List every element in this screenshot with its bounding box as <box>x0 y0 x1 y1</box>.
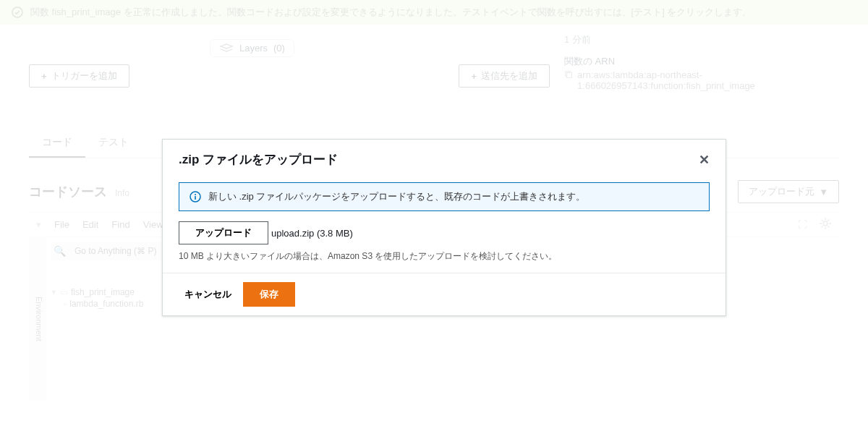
caret-down-icon: ▼ <box>51 289 57 296</box>
modal-title: .zip ファイルをアップロード <box>179 151 338 168</box>
tree-root[interactable]: ▼ ▭ fish_print_image <box>51 286 172 298</box>
upload-button[interactable]: アップロード <box>179 221 268 244</box>
success-banner: 関数 fish_print_image を正常に作成しました。関数コードおよび設… <box>0 0 868 25</box>
close-icon[interactable]: ✕ <box>699 152 710 168</box>
caret-down-icon: ▼ <box>819 187 828 197</box>
code-source-title: コードソース Info <box>29 183 129 200</box>
menu-collapse-icon[interactable]: ▾ <box>36 219 41 230</box>
last-modified-value: 1 分前 <box>564 33 839 46</box>
arn-label: 関数の ARN <box>564 55 839 68</box>
tab-code[interactable]: コード <box>29 129 85 158</box>
svg-rect-6 <box>195 196 196 200</box>
tree-file[interactable]: ▫ lambda_function.rb <box>51 298 172 310</box>
upload-zip-modal: .zip ファイルをアップロード ✕ 新しい .zip ファイルパッケージをアッ… <box>162 139 726 316</box>
info-alert: 新しい .zip ファイルパッケージをアップロードすると、既存のコードが上書きさ… <box>179 182 710 211</box>
banner-text: 関数 fish_print_image を正常に作成しました。関数コードおよび設… <box>30 6 752 19</box>
cancel-button[interactable]: キャンセル <box>179 282 237 307</box>
uploaded-file-name: upload.zip (3.8 MB) <box>271 228 353 239</box>
add-trigger-button[interactable]: トリガーを追加 <box>29 64 129 88</box>
menu-view[interactable]: View <box>143 219 163 230</box>
folder-icon: ▭ <box>60 287 68 297</box>
svg-point-3 <box>823 221 827 226</box>
tab-test[interactable]: テスト <box>85 129 142 158</box>
fullscreen-icon[interactable]: ⛶ <box>798 219 806 230</box>
editor-env-tab[interactable]: Environment <box>29 237 46 400</box>
arn-value: arn:aws:lambda:ap-northeast-1:6660269571… <box>564 69 839 91</box>
file-icon: ▫ <box>64 299 67 309</box>
copy-icon[interactable] <box>564 69 573 80</box>
layers-icon <box>219 43 234 54</box>
save-button[interactable]: 保存 <box>243 282 295 307</box>
svg-rect-2 <box>566 72 571 77</box>
info-icon <box>190 191 201 203</box>
search-icon: 🔍 <box>54 245 66 257</box>
menu-edit[interactable]: Edit <box>82 219 98 230</box>
layers-chip[interactable]: Layers (0) <box>210 39 294 57</box>
menu-file[interactable]: File <box>54 219 69 230</box>
goto-input[interactable] <box>70 243 176 259</box>
upload-from-button[interactable]: アップロード元 ▼ <box>738 180 839 203</box>
svg-point-5 <box>195 194 196 195</box>
menu-find[interactable]: Find <box>111 219 129 230</box>
size-hint: 10 MB より大きいファイルの場合は、Amazon S3 を使用したアップロー… <box>179 250 710 263</box>
gear-icon[interactable] <box>819 217 832 232</box>
check-circle-icon <box>12 7 23 18</box>
add-destination-button[interactable]: 送信先を追加 <box>459 64 550 88</box>
